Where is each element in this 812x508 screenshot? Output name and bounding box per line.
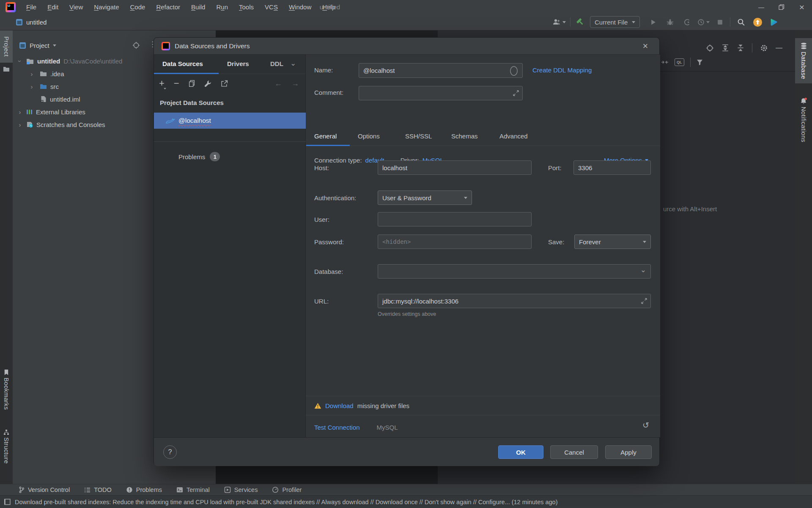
chevron-right-icon[interactable]: ›: [17, 121, 23, 128]
hide-panel-button[interactable]: —: [776, 44, 782, 52]
add-data-source-button[interactable]: +: [159, 79, 165, 88]
data-source-item-selected[interactable]: @localhost: [154, 113, 306, 129]
window-minimize-button[interactable]: —: [751, 0, 771, 14]
tab-ddl[interactable]: DDL: [270, 60, 283, 67]
comment-input[interactable]: [359, 86, 523, 100]
toolbar-services[interactable]: Services: [224, 486, 258, 493]
folder-icon[interactable]: [3, 66, 10, 72]
tab-data-sources[interactable]: Data Sources: [162, 60, 203, 67]
problems-node[interactable]: Problems 1: [178, 151, 220, 162]
stop-button[interactable]: [714, 19, 726, 25]
host-input[interactable]: localhost: [378, 160, 532, 175]
run-button[interactable]: [647, 19, 659, 25]
window-close-button[interactable]: ×: [792, 0, 812, 14]
jump-to-icon[interactable]: [661, 59, 669, 65]
name-input[interactable]: @localhost: [359, 63, 523, 78]
tree-row-untitled-iml[interactable]: untitled.iml: [40, 93, 80, 105]
tool-stripe-notifications[interactable]: Notifications: [795, 94, 812, 146]
chevron-right-icon[interactable]: ›: [29, 70, 35, 77]
database-input[interactable]: ⌄: [378, 264, 651, 279]
tab-general[interactable]: General: [314, 133, 337, 140]
tab-advanced[interactable]: Advanced: [499, 133, 528, 140]
menu-view[interactable]: View: [64, 0, 88, 14]
menu-edit[interactable]: Edit: [42, 0, 64, 14]
update-button[interactable]: [752, 17, 763, 27]
gear-icon[interactable]: [760, 44, 768, 52]
cancel-button[interactable]: Cancel: [550, 445, 598, 459]
tab-drivers[interactable]: Drivers: [227, 60, 249, 67]
reset-button[interactable]: ↺: [642, 420, 649, 430]
save-select[interactable]: Forever: [574, 235, 651, 249]
profiler-run-button[interactable]: [680, 19, 693, 26]
menu-navigate[interactable]: Navigate: [88, 0, 124, 14]
apply-button[interactable]: Apply: [605, 445, 652, 459]
port-input[interactable]: 3306: [573, 160, 651, 175]
user-input[interactable]: [378, 212, 532, 226]
chevron-down-icon[interactable]: ⌄: [640, 265, 646, 274]
toolbar-problems[interactable]: Problems: [126, 486, 162, 493]
profile-menu-button[interactable]: [552, 19, 566, 25]
tree-row-src[interactable]: › src: [29, 80, 59, 93]
locate-file-button[interactable]: [132, 41, 140, 49]
crosshair-icon[interactable]: [706, 44, 714, 52]
test-connection-link[interactable]: Test Connection: [314, 424, 360, 431]
expand-field-icon[interactable]: [513, 90, 519, 96]
libraries-icon: [26, 109, 33, 115]
tab-schemas[interactable]: Schemas: [451, 133, 478, 140]
chevron-down-icon[interactable]: ⌄: [290, 59, 296, 68]
tree-row-external-libraries[interactable]: › External Libraries: [17, 105, 85, 118]
chevron-right-icon[interactable]: ›: [17, 108, 23, 116]
forward-arrow-icon[interactable]: →: [291, 79, 299, 88]
toolbar-profiler[interactable]: Profiler: [272, 486, 302, 493]
url-input[interactable]: jdbc:mysql://localhost:3306: [378, 294, 651, 308]
window-maximize-button[interactable]: [771, 0, 792, 14]
debug-button[interactable]: [664, 19, 676, 26]
menu-code[interactable]: Code: [125, 0, 151, 14]
tree-row-untitled[interactable]: › untitled D:\JavaCode\untitled: [17, 55, 122, 67]
menu-run[interactable]: Run: [211, 0, 233, 14]
project-panel-header[interactable]: Project: [19, 40, 56, 50]
tool-stripe-bookmarks[interactable]: Bookmarks: [0, 369, 13, 410]
dialog-close-button[interactable]: ×: [640, 41, 651, 52]
menu-refactor[interactable]: Refactor: [151, 0, 186, 14]
toolbar-project-name[interactable]: untitled: [26, 19, 47, 26]
menu-build[interactable]: Build: [186, 0, 211, 14]
remove-data-source-button[interactable]: −: [174, 79, 179, 88]
tab-options[interactable]: Options: [358, 133, 380, 140]
run-with-coverage-button[interactable]: [697, 19, 710, 26]
expand-field-icon[interactable]: [641, 298, 647, 304]
run-configuration-select[interactable]: Current File: [590, 16, 640, 28]
menu-vcs[interactable]: VCS: [259, 0, 283, 14]
toolbar-todo[interactable]: TODO: [84, 486, 112, 493]
create-ddl-mapping-link[interactable]: Create DDL Mapping: [532, 66, 592, 74]
duplicate-icon[interactable]: [189, 80, 195, 87]
tab-ssh-ssl[interactable]: SSH/SSL: [405, 133, 432, 140]
download-driver-link[interactable]: Download: [325, 402, 354, 409]
collapse-all-icon[interactable]: [737, 44, 744, 52]
open-in-new-icon[interactable]: [221, 80, 228, 87]
chevron-right-icon[interactable]: ›: [29, 83, 35, 90]
authentication-select[interactable]: User & Password: [378, 190, 472, 205]
back-arrow-icon[interactable]: ←: [274, 79, 282, 88]
tree-row-scratches[interactable]: › Scratches and Consoles: [17, 118, 105, 131]
search-everywhere-button[interactable]: [735, 18, 747, 26]
tree-row-idea[interactable]: › .idea: [29, 67, 64, 80]
build-button[interactable]: [575, 18, 586, 26]
status-message[interactable]: Download pre-built shared indexes: Reduc…: [15, 499, 558, 505]
toolbar-terminal[interactable]: Terminal: [176, 486, 210, 493]
password-input[interactable]: <hidden>: [378, 235, 532, 249]
filter-icon[interactable]: [697, 59, 703, 66]
code-with-me-button[interactable]: [768, 18, 779, 27]
tool-stripe-structure[interactable]: Structure: [0, 429, 13, 464]
tool-stripe-database[interactable]: Database: [795, 38, 812, 83]
chevron-expanded-icon[interactable]: ›: [16, 58, 24, 64]
tool-stripe-project[interactable]: Project: [0, 30, 13, 63]
toolbar-version-control[interactable]: Version Control: [19, 486, 70, 493]
help-button[interactable]: ?: [163, 445, 177, 459]
wrench-icon[interactable]: [204, 80, 211, 87]
menu-tools[interactable]: Tools: [233, 0, 259, 14]
ok-button[interactable]: OK: [498, 445, 543, 459]
expand-all-icon[interactable]: [721, 44, 729, 52]
jdbc-console-icon[interactable]: QL: [675, 58, 684, 66]
menu-file[interactable]: File: [21, 0, 42, 14]
